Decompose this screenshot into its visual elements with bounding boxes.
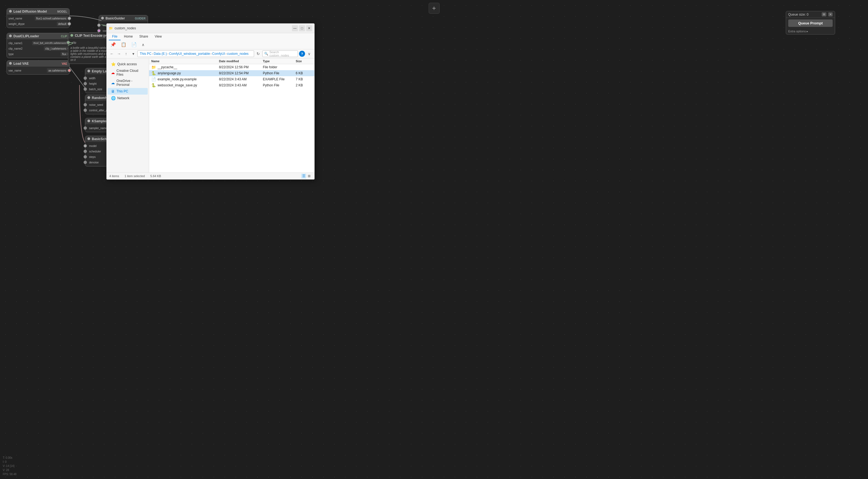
queue-header: Queue size: 0 ⚙ ✕ — [786, 11, 835, 18]
clip-type-row: type flux — [7, 51, 69, 57]
add-node-button[interactable]: + — [429, 3, 440, 14]
ribbon-pin-button[interactable]: 📌 — [109, 41, 118, 48]
clip-name1-row: clip_name1 t5xxl_fp8_e4m3fn.safetensors — [7, 40, 69, 46]
file-type-pycache: File folder — [263, 65, 296, 69]
nav-forward-button[interactable]: → — [116, 51, 122, 57]
folder-icon: 📁 — [109, 26, 113, 30]
sidebar-label-network: Network — [117, 96, 129, 100]
ribbon-paste-button[interactable]: 📄 — [130, 41, 138, 48]
queue-prompt-button[interactable]: Queue Prompt — [788, 20, 833, 27]
address-expand-button[interactable]: ∨ — [306, 51, 312, 57]
node-clip-body: clip_name1 t5xxl_fp8_e4m3fn.safetensors … — [7, 39, 69, 58]
file-label-pycache: __pycache__ — [158, 65, 177, 69]
ribbon-expand-button[interactable]: ∧ — [140, 42, 146, 48]
file-type-example-node: EXAMPLE File — [263, 77, 296, 81]
col-name: Name — [151, 60, 219, 63]
nav-refresh-button[interactable]: ↻ — [255, 51, 261, 57]
address-custom-nodes[interactable]: custom_nodes — [227, 52, 249, 56]
address-field[interactable]: This PC › Data (E:) › ComfyUI_windows_po… — [137, 51, 254, 57]
file-size-anylanguage: 6 KB — [296, 71, 312, 75]
status-selected: 1 item selected — [124, 174, 145, 178]
sidebar-label-creative-cloud: Creative Cloud Files — [117, 69, 145, 77]
file-row-example-node[interactable]: 📄 example_node.py.example 8/22/2024 3:43… — [149, 76, 314, 82]
address-comfyui[interactable]: ComfyUI — [212, 52, 225, 56]
python-icon-anylanguage: 🐍 — [151, 71, 156, 76]
status-count: 4 items — [110, 174, 119, 178]
nav-recent-button[interactable]: ▾ — [130, 51, 136, 57]
file-date-websocket: 8/22/2024 3:43 AM — [219, 83, 263, 87]
sidebar-item-creative-cloud[interactable]: ☁ Creative Cloud Files — [108, 68, 148, 78]
search-placeholder: Search custom_nodes — [270, 51, 296, 57]
file-row-pycache[interactable]: 📁 __pycache__ 8/22/2024 12:56 PM File fo… — [149, 64, 314, 70]
queue-extra-options: Extra options ▸ — [786, 29, 835, 34]
sidebar-item-network[interactable]: 🌐 Network — [108, 95, 148, 101]
quick-access-icon: ⭐ — [111, 62, 116, 66]
node-load-diffusion: Load Diffusion Model MODEL unet_name flu… — [7, 8, 70, 28]
ribbon-tabs: File Home Share View — [106, 33, 314, 40]
file-name-pycache: 📁 __pycache__ — [151, 65, 219, 69]
ribbon-content: 📌 📋 📄 ∧ — [106, 40, 314, 49]
col-type: Type — [263, 60, 296, 63]
help-button[interactable]: ? — [299, 51, 305, 57]
tab-share[interactable]: Share — [136, 33, 151, 40]
folder-icon-pycache: 📁 — [151, 65, 156, 69]
node-vae-body: vae_name ae.safetensors — [7, 67, 69, 74]
address-data[interactable]: Data (E:) — [154, 52, 167, 56]
search-box[interactable]: 🔍 Search custom_nodes — [262, 51, 298, 57]
python-icon-websocket: 🐍 — [151, 83, 156, 87]
view-details-button[interactable]: ☰ — [301, 174, 306, 179]
file-name-anylanguage: 🐍 anylanguage.py — [151, 71, 219, 76]
nav-up-button[interactable]: ↑ — [123, 51, 129, 57]
node-weight-row: weight_dtype default — [7, 21, 69, 27]
address-bar: ← → ↑ ▾ This PC › Data (E:) › ComfyUI_wi… — [106, 49, 314, 58]
queue-close-button[interactable]: ✕ — [828, 12, 833, 17]
node-load-diffusion-body: unet_name flux1-schnell.safetensors weig… — [7, 14, 69, 28]
file-row-websocket[interactable]: 🐍 websocket_image_save.py 8/22/2024 3:43… — [149, 82, 314, 88]
file-list-header: Name Date modified Type Size — [149, 58, 314, 64]
queue-settings-button[interactable]: ⚙ — [822, 12, 826, 17]
view-icons-button[interactable]: ⊞ — [307, 174, 312, 179]
sidebar-item-this-pc[interactable]: 🖥 This PC — [108, 88, 148, 95]
sidebar-item-onedrive[interactable]: ☁ OneDrive - Personal — [108, 78, 148, 88]
example-icon: 📄 — [151, 77, 156, 82]
stats-t: T: 0.00s — [3, 456, 17, 460]
vae-name-row: vae_name ae.safetensors — [7, 68, 69, 73]
this-pc-icon: 🖥 — [111, 89, 115, 93]
file-row-anylanguage[interactable]: 🐍 anylanguage.py 8/22/2024 12:54 PM Pyth… — [149, 70, 314, 76]
sidebar-item-quick-access[interactable]: ⭐ Quick access — [108, 61, 148, 67]
sidebar-label-this-pc: This PC — [117, 89, 128, 93]
file-date-anylanguage: 8/22/2024 12:54 PM — [219, 71, 263, 75]
file-date-pycache: 8/22/2024 12:56 PM — [219, 65, 263, 69]
stats-panel: T: 0.00s I: 0 V: 14 [14] V: 28 FPS: 58.4… — [3, 456, 17, 476]
stats-i: I: 0 — [3, 460, 17, 464]
col-date: Date modified — [219, 60, 263, 63]
tab-home[interactable]: Home — [121, 33, 136, 40]
address-comfyui-portable[interactable]: ComfyUI_windows_portable — [169, 52, 210, 56]
file-type-anylanguage: Python File — [263, 71, 296, 75]
close-button[interactable]: ✕ — [306, 25, 312, 31]
ribbon-copy-button[interactable]: 📋 — [119, 41, 128, 48]
node-clip-header: DualCLIPLoader CLIP — [7, 33, 69, 39]
file-name-websocket: 🐍 websocket_image_save.py — [151, 83, 219, 87]
minimize-button[interactable]: — — [292, 25, 298, 31]
queue-panel: Queue size: 0 ⚙ ✕ Queue Prompt Extra opt… — [786, 11, 835, 34]
node-load-diffusion-header: Load Diffusion Model MODEL — [7, 8, 69, 14]
tab-view[interactable]: View — [151, 33, 165, 40]
file-label-example-node: example_node.py.example — [158, 77, 197, 81]
file-type-websocket: Python File — [263, 83, 296, 87]
nav-back-button[interactable]: ← — [109, 51, 115, 57]
maximize-button[interactable]: □ — [299, 25, 305, 31]
file-name-example-node: 📄 example_node.py.example — [151, 77, 219, 82]
view-buttons: ☰ ⊞ — [301, 174, 312, 179]
file-label-anylanguage: anylanguage.py — [158, 71, 181, 75]
tab-file[interactable]: File — [109, 33, 121, 40]
file-size-websocket: 2 KB — [296, 83, 312, 87]
stats-fps: FPS: 58.48 — [3, 472, 17, 476]
onedrive-icon: ☁ — [111, 81, 115, 85]
window-title: custom_nodes — [115, 26, 136, 30]
queue-size-label: Queue size: 0 — [788, 12, 808, 17]
status-size: 5.64 KB — [150, 174, 161, 178]
address-thispc[interactable]: This PC — [140, 52, 152, 56]
node-unet-row: unet_name flux1-schnell.safetensors — [7, 16, 69, 21]
ribbon: File Home Share View 📌 📋 📄 ∧ — [106, 33, 314, 49]
